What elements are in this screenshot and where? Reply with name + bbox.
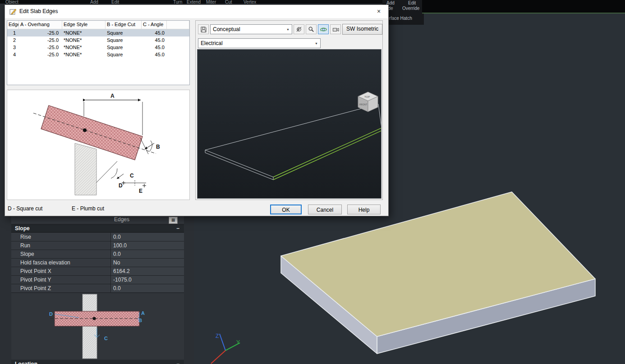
ribbon-far-right: [422, 0, 625, 13]
col-header-overhang[interactable]: A - Overhang: [19, 21, 62, 29]
view-direction-button[interactable]: SW Isometric: [342, 24, 382, 35]
ribbon-fragment: Edit: [408, 0, 416, 5]
property-label: Slope: [11, 250, 111, 258]
cell-overhang: -25.0: [19, 44, 62, 51]
ribbon-fragment: Add: [90, 0, 98, 4]
diagram-label-e: E: [139, 188, 142, 194]
edge-table: Edge A - Overhang Edge Style B - Edge Cu…: [7, 20, 190, 85]
preview-panel: Conceptual ▼: [195, 20, 383, 200]
cell-cut: Square: [106, 29, 142, 36]
zoom-icon: [308, 26, 314, 32]
col-header-cut[interactable]: B - Edge Cut: [106, 21, 142, 29]
edge-diagram-panel: A B C D E: [7, 90, 190, 200]
layer-select[interactable]: Electrical ▼: [198, 38, 321, 48]
camera-button[interactable]: [330, 24, 341, 34]
edges-value[interactable]: Edges: [114, 216, 129, 223]
viewcube[interactable]: TOP FRONT: [358, 92, 378, 112]
orbit-icon: [320, 26, 327, 33]
section-header-slope[interactable]: Slope −: [11, 224, 184, 232]
property-value[interactable]: 0.0: [111, 233, 184, 241]
ok-button[interactable]: OK: [270, 205, 302, 214]
property-label: Run: [11, 241, 111, 250]
cell-overhang: -25.0: [19, 29, 62, 36]
property-value[interactable]: 100.0: [111, 241, 184, 250]
highlighted-edge: [273, 128, 381, 180]
visual-style-value: Conceptual: [211, 26, 284, 32]
cell-cut: Square: [106, 44, 142, 51]
col-header-angle[interactable]: C - Angle: [142, 21, 167, 29]
cell-overhang: -25.0: [19, 51, 62, 58]
property-value[interactable]: 0.0: [111, 250, 184, 258]
diagram-label-b: B: [156, 144, 160, 150]
shade-icon: [296, 26, 302, 32]
visual-style-select[interactable]: Conceptual ▼: [210, 24, 292, 34]
cell-edge: 3: [7, 44, 19, 51]
dialog-title: Edit Slab Edges: [19, 8, 58, 14]
property-row-pivot-x[interactable]: Pivot Point X 6164.2: [11, 267, 184, 276]
chevron-down-icon: ▼: [284, 28, 292, 31]
collapse-location-button[interactable]: −: [176, 360, 179, 364]
property-value[interactable]: No: [111, 259, 184, 267]
property-label: Pivot Point Y: [11, 276, 111, 284]
property-value[interactable]: -1075.0: [111, 276, 184, 284]
orbit-button[interactable]: [318, 24, 329, 34]
cell-style: *NONE*: [62, 51, 106, 58]
property-value[interactable]: 0.0: [111, 284, 184, 292]
cancel-button[interactable]: Cancel: [308, 205, 342, 214]
property-row-rise[interactable]: Rise 0.0: [11, 233, 184, 241]
preview-viewport[interactable]: TOP FRONT: [197, 49, 381, 199]
edge-row-3[interactable]: 3 -25.0 *NONE* Square 45.0: [7, 44, 189, 51]
ucs-icon[interactable]: Z Y: [211, 333, 240, 364]
edge-row-1[interactable]: 1 -25.0 *NONE* Square 45.0: [7, 29, 189, 36]
save-view-button[interactable]: [198, 24, 209, 34]
ribbon-fragment: Edit: [111, 0, 119, 4]
edge-row-2[interactable]: 2 -25.0 *NONE* Square 45.0: [7, 36, 189, 44]
cell-style: *NONE*: [62, 29, 106, 36]
dialog-button-row: OK Cancel Help: [5, 205, 388, 215]
ribbon-fragment: Override: [402, 6, 419, 11]
dialog-titlebar[interactable]: Edit Slab Edges ×: [5, 5, 388, 19]
cell-angle: 45.0: [142, 36, 167, 44]
diagram-label-d: D: [119, 182, 123, 189]
property-row-pivot-z[interactable]: Pivot Point Z 0.0: [11, 284, 184, 293]
ribbon-fragment: Vertex: [244, 0, 256, 4]
shade-toggle-button[interactable]: [294, 24, 304, 34]
pal-diagram-label-d: D: [49, 311, 53, 317]
preview-wireframe: TOP FRONT: [198, 50, 381, 198]
cell-angle: 45.0: [142, 44, 167, 51]
property-row-run[interactable]: Run 100.0: [11, 241, 184, 250]
diagram-label-c: C: [130, 173, 134, 179]
close-icon[interactable]: ×: [373, 6, 385, 16]
collapse-slope-button[interactable]: −: [176, 224, 179, 232]
layer-value: Electrical: [198, 40, 312, 46]
edit-slab-edges-dialog: Edit Slab Edges × Edge A - Overhang Edge…: [5, 5, 389, 216]
property-row-hold-fascia[interactable]: Hold fascia elevation No: [11, 259, 184, 267]
col-header-style[interactable]: Edge Style: [62, 21, 106, 29]
dialog-icon: [9, 8, 17, 15]
ucs-y-label: Y: [236, 339, 240, 346]
property-row-slope[interactable]: Slope 0.0: [11, 250, 184, 259]
property-row-pivot-y[interactable]: Pivot Point Y -1075.0: [11, 276, 184, 284]
edge-table-header[interactable]: Edge A - Overhang Edge Style B - Edge Cu…: [7, 21, 189, 29]
cell-edge: 4: [7, 51, 19, 58]
pal-diagram-label-c: C: [104, 336, 108, 341]
property-value[interactable]: 6164.2: [111, 267, 184, 275]
ribbon-fragment: Miter: [206, 0, 216, 4]
property-row-edges[interactable]: Edges ▦: [11, 215, 184, 224]
edge-row-4[interactable]: 4 -25.0 *NONE* Square 45.0: [7, 51, 189, 58]
preview-toolbar-2: Electrical ▼: [198, 38, 321, 48]
viewcube-front-label: FRONT: [359, 103, 367, 106]
edges-worksheet-button[interactable]: ▦: [169, 217, 178, 224]
col-header-edge[interactable]: Edge: [7, 21, 19, 29]
section-header-location[interactable]: Location −: [11, 360, 184, 364]
cell-angle: 45.0: [142, 29, 167, 36]
chevron-down-icon: ▼: [312, 42, 320, 45]
cell-style: *NONE*: [62, 36, 106, 44]
property-label: Pivot Point Z: [11, 284, 111, 292]
cell-edge: 2: [7, 36, 19, 44]
preview-toolbar: Conceptual ▼: [198, 24, 382, 35]
help-button[interactable]: Help: [347, 205, 381, 214]
zoom-button[interactable]: [306, 24, 317, 34]
slope-section-title: Slope: [15, 225, 30, 232]
application-window: Z Y Object Add Edit Turn Extend Miter Cu…: [0, 0, 625, 364]
